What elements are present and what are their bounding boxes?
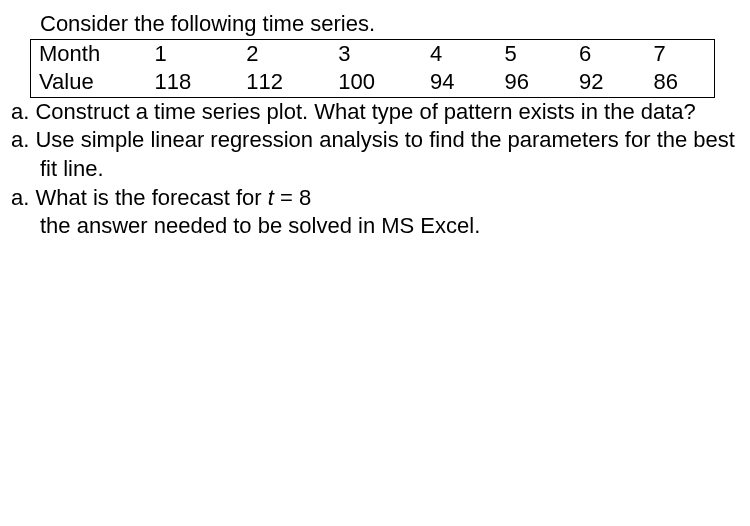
table-row: Value 118 112 100 94 96 92 86 bbox=[31, 68, 714, 97]
time-series-table-wrapper: Month 1 2 3 4 5 6 7 Value 118 112 100 94… bbox=[30, 39, 715, 98]
time-series-table: Month 1 2 3 4 5 6 7 Value 118 112 100 94… bbox=[31, 40, 714, 97]
table-cell: 92 bbox=[565, 68, 639, 97]
question-marker: a. bbox=[11, 185, 29, 210]
table-cell: 94 bbox=[416, 68, 490, 97]
table-cell: 86 bbox=[639, 68, 714, 97]
note-text: the answer needed to be solved in MS Exc… bbox=[0, 212, 750, 241]
table-cell: 2 bbox=[232, 40, 324, 69]
table-cell: 100 bbox=[324, 68, 416, 97]
question-text: Use simple linear regression analysis to… bbox=[35, 127, 734, 181]
table-cell: 3 bbox=[324, 40, 416, 69]
table-cell: 4 bbox=[416, 40, 490, 69]
question-text: Construct a time series plot. What type … bbox=[35, 99, 695, 124]
table-cell: 112 bbox=[232, 68, 324, 97]
question-item: a. Use simple linear regression analysis… bbox=[0, 126, 750, 183]
table-cell: 118 bbox=[141, 68, 233, 97]
table-row: Month 1 2 3 4 5 6 7 bbox=[31, 40, 714, 69]
question-item: a. What is the forecast for t = 8 bbox=[0, 184, 750, 213]
question-text-suffix: = 8 bbox=[274, 185, 311, 210]
table-cell: 96 bbox=[491, 68, 565, 97]
row-label-value: Value bbox=[31, 68, 141, 97]
table-cell: 6 bbox=[565, 40, 639, 69]
intro-text: Consider the following time series. bbox=[0, 10, 750, 39]
question-text-prefix: What is the forecast for bbox=[35, 185, 267, 210]
question-marker: a. bbox=[11, 127, 29, 152]
table-cell: 7 bbox=[639, 40, 714, 69]
table-cell: 1 bbox=[141, 40, 233, 69]
question-item: a. Construct a time series plot. What ty… bbox=[0, 98, 750, 127]
row-label-month: Month bbox=[31, 40, 141, 69]
question-marker: a. bbox=[11, 99, 29, 124]
table-cell: 5 bbox=[491, 40, 565, 69]
question-list: a. Construct a time series plot. What ty… bbox=[0, 98, 750, 212]
